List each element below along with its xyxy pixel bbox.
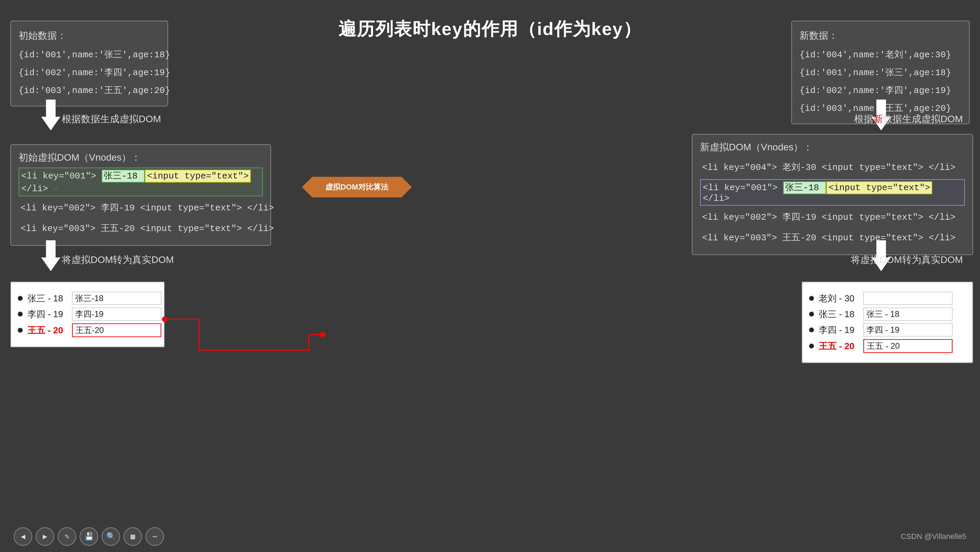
- real-input-3[interactable]: [72, 323, 161, 337]
- bullet-r1: [809, 296, 814, 301]
- new-data-item-2: {id:'001',name:'张三',age:18}: [800, 64, 961, 82]
- new-vdom-title: 新虚拟DOM（Vnodes）：: [700, 141, 965, 154]
- new-li-tag-open: <li key="001">: [703, 183, 783, 193]
- compare-label: 虚拟DOM对比算法: [323, 182, 391, 192]
- real-dom-left-item-3: 王五 - 20: [18, 323, 157, 337]
- real-dom-right-item-1: 老刘 - 30: [809, 292, 966, 305]
- initial-data-item-2: {id:'002',name:'李四',age:19}: [19, 64, 160, 82]
- bullet-r3: [809, 327, 814, 332]
- real-label-3: 王五 - 20: [27, 324, 68, 337]
- svg-point-1: [320, 332, 325, 337]
- view-button[interactable]: ▩: [124, 527, 142, 546]
- new-vdom-row-002: <li key="002"> 李四-19 <input type="text">…: [700, 207, 965, 228]
- real-right-label-3: 李四 - 19: [819, 324, 860, 336]
- initial-data-item-1: {id:'001',name:'张三',age:18}: [19, 46, 160, 64]
- more-button[interactable]: ⋯: [145, 527, 164, 546]
- arrow-label-right-post: 数据生成虚拟DOM: [883, 113, 963, 124]
- initial-vdom-title: 初始虚拟DOM（Vnodes）：: [19, 151, 263, 164]
- arrow-label-right: 根据新数据生成虚拟DOM: [854, 113, 963, 126]
- bullet-r2: [809, 312, 814, 316]
- new-data-item-1: {id:'004',name:'老刘',age:30}: [800, 46, 961, 64]
- search-button[interactable]: 🔍: [102, 527, 120, 546]
- arrow-label-right-pre: 根据: [854, 113, 873, 124]
- li-tag-open: <li key="001">: [21, 171, 102, 181]
- real-dom-right-item-3: 李四 - 19: [809, 323, 966, 337]
- initial-data-box: 初始数据： {id:'001',name:'张三',age:18} {id:'0…: [10, 21, 168, 107]
- new-data-label: 新数据：: [800, 27, 961, 44]
- real-right-label-1: 老刘 - 30: [819, 292, 860, 305]
- real-right-label-4: 王五 - 20: [819, 340, 860, 352]
- real-input-1[interactable]: [72, 292, 161, 305]
- arrow-label-left: 根据数据生成虚拟DOM: [62, 113, 161, 126]
- prev-button[interactable]: ◀: [14, 527, 32, 546]
- real-right-label-2: 张三 - 18: [819, 308, 860, 320]
- compare-arrow: 虚拟DOM对比算法: [312, 168, 401, 206]
- new-vdom-row-003: <li key="003"> 王五-20 <input type="text">…: [700, 228, 965, 248]
- compare-arrow-container: 虚拟DOM对比算法: [309, 165, 405, 209]
- initial-vdom-box: 初始虚拟DOM（Vnodes）： <li key="001"> 张三-18 <i…: [10, 144, 271, 246]
- real-right-input-4[interactable]: [863, 339, 953, 353]
- new-vdom-row-001: <li key="001"> 张三-18 <input type="text">…: [700, 179, 965, 206]
- new-data-item-3: {id:'002',name:'李四',age:19}: [800, 82, 961, 100]
- real-input-2[interactable]: [72, 308, 161, 321]
- li-tag-close: </li>: [21, 183, 48, 194]
- new-input-highlight: <input type="text">: [826, 181, 932, 194]
- arrow-label-right-2: 将虚拟DOM转为真实DOM: [851, 253, 963, 266]
- new-li-tag-close: </li>: [703, 193, 730, 204]
- bottom-bar: ◀ ▶ ✎ 💾 🔍 ▩ ⋯ CSDN @Villanelle5: [0, 527, 980, 546]
- vdom-row-003-left: <li key="003"> 王五-20 <input type="text">…: [19, 219, 263, 239]
- arrow-down-left-2: [41, 240, 60, 271]
- arrow-label-left-2: 将虚拟DOM转为真实DOM: [62, 253, 174, 266]
- vdom-row-002-left: <li key="002"> 李四-19 <input type="text">…: [19, 198, 263, 219]
- real-dom-right: 老刘 - 30 张三 - 18 李四 - 19 王五 - 20: [802, 281, 973, 363]
- new-red-text: 新: [873, 113, 883, 124]
- real-dom-right-item-4: 王五 - 20: [809, 339, 966, 353]
- vdom-row-001-left: <li key="001"> 张三-18 <input type="text">…: [19, 168, 263, 196]
- real-dom-right-item-2: 张三 - 18: [809, 308, 966, 321]
- input-highlight-left: <input type="text">: [145, 169, 250, 183]
- real-dom-left-item-2: 李四 - 19: [18, 308, 157, 321]
- name-highlight-left: 张三-18: [102, 169, 145, 183]
- save-button[interactable]: 💾: [80, 527, 98, 546]
- new-name-highlight: 张三-18: [783, 181, 826, 194]
- watermark: CSDN @Villanelle5: [901, 532, 966, 541]
- bullet-2: [18, 312, 23, 316]
- bullet-3: [18, 328, 23, 333]
- next-button[interactable]: ▶: [36, 527, 54, 546]
- real-right-input-2[interactable]: [863, 308, 953, 321]
- real-label-2: 李四 - 19: [27, 308, 68, 320]
- real-dom-left: 张三 - 18 李四 - 19 王五 - 20: [10, 281, 165, 348]
- real-dom-left-item-1: 张三 - 18: [18, 292, 157, 305]
- controls-left: ◀ ▶ ✎ 💾 🔍 ▩ ⋯: [14, 527, 167, 546]
- edit-button[interactable]: ✎: [58, 527, 76, 546]
- new-vdom-row-004: <li key="004"> 老刘-30 <input type="text">…: [700, 157, 965, 178]
- checkmark-left: ✓: [54, 183, 60, 194]
- real-label-1: 张三 - 18: [27, 292, 68, 305]
- real-right-input-1[interactable]: [863, 292, 953, 305]
- bullet-1: [18, 296, 23, 301]
- bullet-r4: [809, 344, 814, 348]
- arrow-down-left: [41, 100, 60, 131]
- initial-data-item-3: {id:'003',name:'王五',age:20}: [19, 82, 160, 100]
- real-right-input-3[interactable]: [863, 323, 953, 337]
- initial-data-label: 初始数据：: [19, 27, 160, 44]
- new-vdom-box: 新虚拟DOM（Vnodes）： <li key="004"> 老刘-30 <in…: [692, 134, 973, 255]
